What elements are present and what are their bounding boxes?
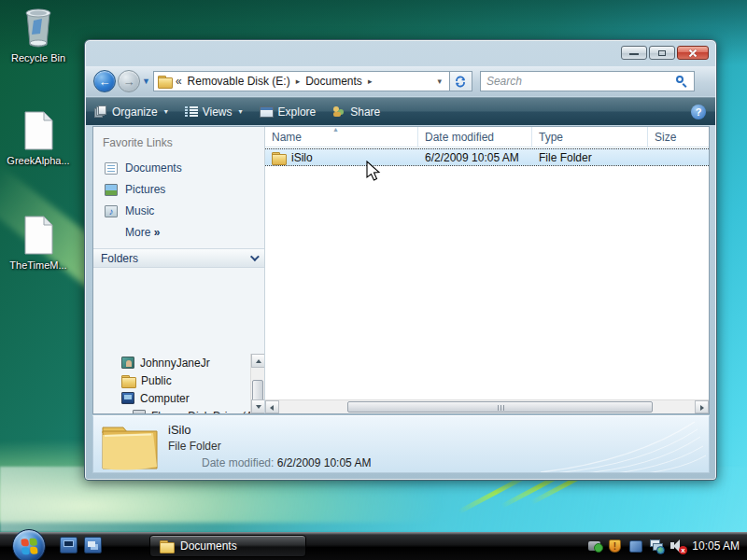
- views-button[interactable]: Views ▾: [176, 101, 251, 123]
- tree-item-computer[interactable]: Computer: [93, 389, 250, 407]
- horizontal-scrollbar[interactable]: [265, 399, 709, 413]
- desktop-icon-greekalpha[interactable]: GreekAlpha...: [2, 110, 75, 166]
- dropdown-icon: ▾: [164, 107, 168, 116]
- safely-remove-hardware-icon[interactable]: [588, 539, 603, 553]
- user-profile-icon: [121, 357, 134, 369]
- down-arrow-icon: [256, 405, 261, 409]
- left-arrow-icon: [270, 405, 274, 411]
- up-arrow-icon: [256, 359, 261, 363]
- file-row-isilo[interactable]: iSilo 6/2/2009 10:05 AM File Folder: [265, 148, 709, 166]
- back-arrow-icon: ←: [99, 75, 111, 89]
- breadcrumb-overflow[interactable]: «: [176, 75, 182, 88]
- close-button[interactable]: [677, 46, 709, 60]
- share-icon: [332, 105, 345, 118]
- explorer-folder-icon: [160, 540, 174, 552]
- scroll-up-button[interactable]: [251, 354, 265, 368]
- dropdown-icon: ▾: [239, 107, 243, 116]
- minimize-icon: [629, 53, 639, 55]
- explore-icon: [260, 106, 274, 118]
- taskbar-documents-button[interactable]: Documents: [149, 535, 306, 557]
- address-bar[interactable]: « Removable Disk (E:) ▸ Documents ▸ ▾: [153, 71, 450, 91]
- maximize-icon: [658, 50, 666, 56]
- column-name[interactable]: Name ▲: [265, 127, 418, 147]
- column-type[interactable]: Type: [532, 127, 648, 147]
- start-button[interactable]: [12, 529, 46, 560]
- back-button[interactable]: ←: [93, 70, 116, 92]
- sort-ascending-icon: ▲: [332, 127, 339, 133]
- file-type: File Folder: [532, 151, 648, 164]
- share-button[interactable]: Share: [324, 101, 388, 123]
- search-box: [480, 71, 695, 91]
- folder-tree: JohnnyJaneJr Public Computer Floppy Disk…: [93, 354, 250, 413]
- search-icon[interactable]: [676, 76, 688, 88]
- breadcrumb-separator-icon[interactable]: ▸: [296, 77, 301, 86]
- scroll-thumb[interactable]: [347, 401, 653, 413]
- column-date-modified[interactable]: Date modified: [418, 127, 532, 147]
- desktop-icon-recycle-bin[interactable]: Recycle Bin: [2, 6, 75, 63]
- window-content: Favorite Links Documents Pictures ♪ Musi…: [92, 126, 710, 414]
- organize-button[interactable]: Organize ▾: [86, 101, 176, 123]
- breadcrumb-item-drive[interactable]: Removable Disk (E:): [188, 75, 290, 88]
- forward-arrow-icon: →: [123, 75, 135, 89]
- taskbar: Documents ! x 10:05 AM: [0, 532, 747, 560]
- mouse-cursor: [366, 161, 381, 182]
- volume-muted-icon[interactable]: x: [670, 539, 685, 553]
- recent-pages-dropdown[interactable]: ▼: [142, 77, 150, 86]
- recycle-bin-icon: [18, 6, 59, 49]
- minimize-button[interactable]: [621, 46, 647, 60]
- floppy-drive-icon: [133, 410, 146, 413]
- show-desktop-button[interactable]: [60, 537, 78, 553]
- views-icon: [185, 106, 198, 118]
- favorite-documents[interactable]: Documents: [93, 157, 264, 178]
- favorite-music[interactable]: ♪ Music: [93, 200, 264, 221]
- right-arrow-icon: [700, 405, 704, 411]
- tree-item-user[interactable]: JohnnyJaneJr: [93, 354, 250, 371]
- scroll-left-button[interactable]: [265, 400, 279, 413]
- tree-item-floppy[interactable]: Floppy Disk Drive (A: [93, 407, 250, 413]
- folders-band[interactable]: Folders: [93, 248, 264, 268]
- refresh-button[interactable]: [450, 71, 472, 91]
- tree-item-public[interactable]: Public: [93, 371, 250, 389]
- pictures-icon: [105, 184, 118, 196]
- maximize-button[interactable]: [649, 46, 675, 60]
- details-item-type: File Folder: [168, 440, 221, 453]
- details-pane: iSilo File Folder Date modified: 6/2/200…: [92, 415, 710, 473]
- navigation-pane: Favorite Links Documents Pictures ♪ Musi…: [93, 127, 265, 413]
- breadcrumb-item-documents[interactable]: Documents: [305, 75, 362, 88]
- file-date: 6/2/2009 10:05 AM: [418, 151, 532, 164]
- search-input[interactable]: [481, 73, 668, 90]
- title-bar[interactable]: [85, 40, 716, 66]
- security-alert-icon[interactable]: !: [609, 539, 624, 553]
- details-decoration: [522, 416, 709, 473]
- music-icon: ♪: [105, 205, 118, 217]
- more-chevron-icon: »: [154, 226, 162, 239]
- favorite-pictures[interactable]: Pictures: [93, 178, 264, 200]
- help-button[interactable]: ?: [691, 105, 706, 119]
- explore-button[interactable]: Explore: [251, 101, 325, 123]
- desktop-icon-thetimem[interactable]: TheTimeM...: [2, 215, 75, 271]
- tree-scrollbar[interactable]: [250, 354, 264, 413]
- help-icon: ?: [696, 106, 702, 118]
- more-link[interactable]: More »: [93, 221, 264, 243]
- scroll-right-button[interactable]: [695, 400, 709, 413]
- desktop: Recycle Bin GreekAlpha... TheTimeM... ← …: [0, 0, 747, 560]
- network-icon[interactable]: [650, 539, 665, 554]
- details-date-modified: Date modified: 6/2/2009 10:05 AM: [202, 456, 371, 469]
- document-icon: [21, 110, 55, 151]
- column-size[interactable]: Size: [648, 127, 709, 147]
- organize-icon: [94, 105, 107, 118]
- forward-button[interactable]: →: [118, 70, 140, 92]
- breadcrumb-separator-icon[interactable]: ▸: [368, 77, 373, 86]
- address-dropdown-icon[interactable]: ▾: [433, 77, 445, 86]
- folder-icon: [158, 76, 172, 87]
- desktop-icon-label: GreekAlpha...: [2, 155, 75, 166]
- favorite-links-title: Favorite Links: [93, 127, 264, 149]
- application-tray-icon[interactable]: [629, 539, 644, 553]
- scroll-down-button[interactable]: [251, 399, 265, 413]
- switch-windows-button[interactable]: [84, 537, 102, 553]
- taskbar-clock[interactable]: 10:05 AM: [692, 539, 740, 553]
- folder-icon: [121, 375, 135, 386]
- document-icon: [21, 215, 55, 256]
- desktop-icon-label: Recycle Bin: [2, 52, 75, 63]
- details-item-name: iSilo: [168, 423, 191, 437]
